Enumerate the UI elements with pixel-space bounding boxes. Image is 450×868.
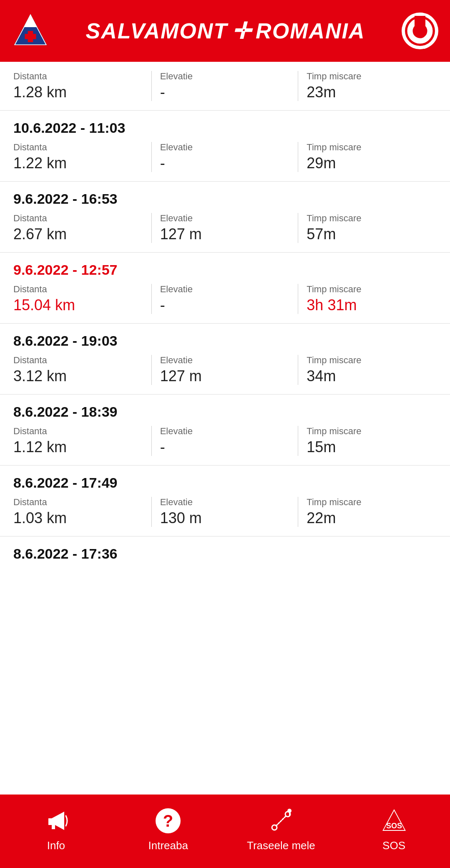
elevatie-value: 130 m (160, 509, 290, 527)
elevatie-value: - (160, 296, 290, 314)
elevatie-label: Elevatie (160, 213, 290, 224)
svg-marker-1 (24, 14, 37, 28)
stat-distanta: Distanta 1.12 km (13, 426, 152, 456)
timp-label: Timp miscare (307, 213, 437, 224)
activity-list: Distanta 1.28 km Elevatie - Timp miscare… (0, 62, 450, 656)
app-header: SALVAMONT ✛ ROMANIA (0, 0, 450, 62)
timp-value-highlighted: 3h 31m (307, 296, 437, 314)
stat-timp: Timp miscare 22m (298, 497, 437, 527)
activity-date: 8.6.2022 - 17:49 (13, 475, 437, 491)
list-item[interactable]: 10.6.2022 - 11:03 Distanta 1.22 km Eleva… (0, 111, 450, 182)
svg-rect-3 (25, 34, 36, 39)
stat-distanta: Distanta 1.22 km (13, 142, 152, 172)
activity-stats: Distanta 1.28 km Elevatie - Timp miscare… (13, 71, 437, 101)
stat-elevatie: Elevatie - (152, 426, 299, 456)
stat-elevatie: Elevatie 127 m (152, 213, 299, 243)
svg-rect-8 (415, 16, 425, 26)
activity-date-highlighted: 9.6.2022 - 12:57 (13, 262, 437, 278)
activity-date: 8.6.2022 - 18:39 (13, 404, 437, 420)
distanta-label: Distanta (13, 213, 143, 224)
activity-stats: Distanta 3.12 km Elevatie 127 m Timp mis… (13, 355, 437, 385)
timp-label: Timp miscare (307, 497, 437, 508)
distanta-value-highlighted: 15.04 km (13, 296, 143, 314)
distanta-value: 3.12 km (13, 367, 143, 385)
list-item[interactable]: 9.6.2022 - 12:57 Distanta 15.04 km Eleva… (0, 253, 450, 324)
salvamont-logo (12, 12, 49, 50)
svg-rect-5 (14, 45, 48, 48)
stat-timp: Timp miscare 57m (298, 213, 437, 243)
activity-date: 10.6.2022 - 11:03 (13, 120, 437, 136)
list-item[interactable]: 9.6.2022 - 16:53 Distanta 2.67 km Elevat… (0, 182, 450, 253)
svg-point-13 (287, 809, 292, 813)
nav-item-sos[interactable]: SOS SOS (361, 807, 427, 852)
distanta-value: 1.12 km (13, 438, 143, 456)
stat-elevatie: Elevatie 127 m (152, 355, 299, 385)
nav-item-traseele[interactable]: Traseele mele (247, 807, 315, 852)
bottom-navigation: Info ? Intreaba Traseele mele (0, 795, 450, 868)
timp-label: Timp miscare (307, 284, 437, 295)
vodafone-logo (402, 13, 438, 49)
timp-value: 29m (307, 154, 437, 172)
elevatie-value: - (160, 438, 290, 456)
stat-distanta: Distanta 3.12 km (13, 355, 152, 385)
activity-stats: Distanta 1.12 km Elevatie - Timp miscare… (13, 426, 437, 456)
list-item[interactable]: 8.6.2022 - 18:39 Distanta 1.12 km Elevat… (0, 395, 450, 466)
distanta-value: 1.03 km (13, 509, 143, 527)
stat-distanta: Distanta 1.03 km (13, 497, 152, 527)
stat-distanta: Distanta 15.04 km (13, 284, 152, 314)
brand-title: SALVAMONT ✛ ROMANIA (85, 18, 365, 44)
svg-text:SOS: SOS (386, 822, 402, 830)
nav-label-info: Info (47, 839, 65, 852)
elevatie-label: Elevatie (160, 497, 290, 508)
activity-date: 8.6.2022 - 19:03 (13, 333, 437, 349)
distanta-label: Distanta (13, 355, 143, 366)
elevatie-label: Elevatie (160, 142, 290, 153)
activity-stats: Distanta 2.67 km Elevatie 127 m Timp mis… (13, 213, 437, 243)
nav-item-info[interactable]: Info (23, 807, 89, 852)
brand-part1: SALVAMONT (85, 18, 228, 43)
stat-timp: Timp miscare 34m (298, 355, 437, 385)
elevatie-label: Elevatie (160, 426, 290, 437)
distanta-value: 2.67 km (13, 225, 143, 243)
timp-label: Timp miscare (307, 426, 437, 437)
activity-stats: Distanta 1.03 km Elevatie 130 m Timp mis… (13, 497, 437, 527)
svg-text:?: ? (163, 812, 173, 830)
nav-item-intreaba[interactable]: ? Intreaba (135, 807, 201, 852)
distanta-label: Distanta (13, 71, 143, 82)
elevatie-value: 127 m (160, 225, 290, 243)
timp-value: 57m (307, 225, 437, 243)
activity-stats: Distanta 15.04 km Elevatie - Timp miscar… (13, 284, 437, 314)
logo-svg (12, 12, 49, 50)
list-item[interactable]: 8.6.2022 - 17:49 Distanta 1.03 km Elevat… (0, 466, 450, 536)
elevatie-value: - (160, 84, 290, 101)
timp-value: 34m (307, 367, 437, 385)
stat-distanta: Distanta 1.28 km (13, 71, 152, 101)
route-icon (267, 807, 295, 835)
elevatie-value: - (160, 154, 290, 172)
list-item[interactable]: Distanta 1.28 km Elevatie - Timp miscare… (0, 62, 450, 111)
brand-part2: ROMANIA (256, 18, 365, 43)
stat-elevatie: Elevatie - (152, 71, 299, 101)
timp-value: 22m (307, 509, 437, 527)
activity-date: 9.6.2022 - 16:53 (13, 191, 437, 207)
stat-timp: Timp miscare 15m (298, 426, 437, 456)
vodafone-svg (405, 16, 435, 46)
nav-label-intreaba: Intreaba (148, 839, 188, 852)
activity-stats: Distanta 1.22 km Elevatie - Timp miscare… (13, 142, 437, 172)
stat-timp: Timp miscare 23m (298, 71, 437, 101)
distanta-value: 1.22 km (13, 154, 143, 172)
stat-elevatie: Elevatie - (152, 284, 299, 314)
list-item[interactable]: 8.6.2022 - 19:03 Distanta 3.12 km Elevat… (0, 324, 450, 395)
stat-elevatie: Elevatie - (152, 142, 299, 172)
timp-value: 23m (307, 84, 437, 101)
elevatie-label: Elevatie (160, 284, 290, 295)
list-item[interactable]: 8.6.2022 - 17:36 (0, 536, 450, 577)
distanta-label: Distanta (13, 284, 143, 295)
nav-label-traseele: Traseele mele (247, 839, 315, 852)
timp-label: Timp miscare (307, 355, 437, 366)
stat-timp: Timp miscare 29m (298, 142, 437, 172)
distanta-label: Distanta (13, 497, 143, 508)
elevatie-label: Elevatie (160, 71, 290, 82)
question-icon: ? (154, 807, 182, 835)
stat-distanta: Distanta 2.67 km (13, 213, 152, 243)
